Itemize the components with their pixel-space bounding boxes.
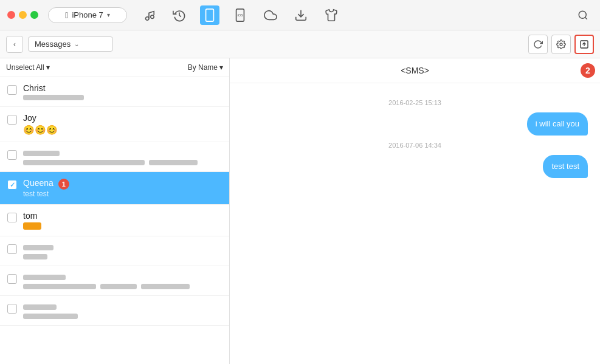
contact-preview	[23, 254, 222, 259]
list-item[interactable]	[0, 296, 229, 326]
chevron-left-icon: ‹	[13, 40, 16, 49]
cloud-icon-button[interactable]	[261, 5, 280, 25]
name-redacted	[23, 275, 66, 280]
close-button[interactable]	[7, 11, 15, 19]
back-button[interactable]: ‹	[6, 36, 23, 53]
messages-dropdown[interactable]: Messages ⌄	[28, 36, 113, 52]
contact-preview	[23, 95, 222, 100]
contact-name: Christ	[23, 83, 222, 93]
contact-checkbox[interactable]	[7, 85, 17, 95]
message-row: i will call you	[242, 112, 588, 136]
contact-checkbox[interactable]	[7, 115, 17, 125]
contact-info: Joy 😊😊😊	[23, 113, 222, 136]
traffic-lights	[7, 11, 38, 19]
name-redacted	[23, 304, 57, 310]
apple-icon: 	[65, 10, 68, 20]
device-name: iPhone 7	[72, 10, 103, 19]
unselect-all-label: Unselect All	[6, 63, 44, 72]
main-content: Unselect All ▾ By Name ▾ Christ	[0, 58, 600, 364]
sort-button[interactable]: By Name ▾	[188, 63, 223, 72]
list-item[interactable]	[0, 266, 229, 296]
contact-list: Christ Joy 😊😊😊	[0, 77, 229, 364]
svg-point-1	[151, 15, 154, 19]
dropdown-label: Messages	[35, 39, 71, 49]
list-item[interactable]	[0, 142, 229, 172]
left-panel: Unselect All ▾ By Name ▾ Christ	[0, 58, 230, 364]
top-toolbar:  iPhone 7 ▾	[0, 0, 600, 30]
contact-name	[23, 148, 222, 158]
settings-button[interactable]	[551, 35, 571, 54]
download-icon-button[interactable]	[291, 5, 311, 25]
contact-info: tom	[23, 211, 222, 230]
emoji-preview: 😊😊😊	[23, 125, 58, 136]
contact-preview	[23, 314, 222, 319]
list-item[interactable]: Christ	[0, 77, 229, 107]
chat-header: <SMS>	[230, 58, 600, 83]
history-icon-button[interactable]	[170, 5, 189, 25]
contact-preview: test test	[23, 190, 222, 198]
chevron-down-icon: ▾	[107, 12, 110, 18]
contact-info	[23, 302, 222, 319]
contact-name	[23, 242, 222, 252]
svg-point-9	[560, 43, 562, 46]
device-selector[interactable]:  iPhone 7 ▾	[48, 7, 127, 23]
message-timestamp: 2016-07-06 14:34	[242, 142, 588, 149]
list-item[interactable]	[0, 236, 229, 266]
list-item[interactable]: Joy 😊😊😊	[0, 107, 229, 142]
contact-checkbox-checked[interactable]	[7, 180, 17, 190]
contact-checkbox[interactable]	[7, 150, 17, 160]
preview-redacted	[23, 160, 145, 165]
unselect-all-button[interactable]: Unselect All ▾	[6, 63, 50, 72]
right-panel: <SMS> 2016-02-25 15:13 i will call you 2…	[230, 58, 600, 364]
shirt-icon-button[interactable]	[322, 5, 341, 25]
second-toolbar: ‹ Messages ⌄	[0, 30, 600, 58]
minimize-button[interactable]	[19, 11, 27, 19]
iphone-icon-button[interactable]	[200, 5, 219, 25]
contact-info: Christ	[23, 83, 222, 100]
contact-info: Queena 1 test test	[23, 178, 222, 198]
name-redacted	[23, 151, 60, 156]
contact-preview	[23, 160, 222, 165]
list-item[interactable]: Queena 1 test test	[0, 172, 229, 205]
toolbar-right-buttons	[528, 35, 594, 54]
preview-redacted2	[100, 284, 137, 289]
svg-text:iOS: iOS	[237, 13, 243, 16]
contact-info	[23, 272, 222, 289]
message-bubble: i will call you	[527, 112, 588, 136]
export-count-badge: 2	[581, 63, 595, 78]
export-button[interactable]	[574, 35, 594, 54]
list-controls: Unselect All ▾ By Name ▾	[0, 58, 229, 77]
preview-color-block	[23, 222, 41, 230]
contact-checkbox[interactable]	[7, 213, 17, 222]
list-item[interactable]: tom	[0, 205, 229, 236]
maximize-button[interactable]	[30, 11, 38, 19]
contact-info	[23, 242, 222, 259]
toolbar-icons: iOS	[139, 5, 341, 25]
preview-text: test test	[23, 190, 49, 198]
contact-preview: 😊😊😊	[23, 125, 222, 136]
chat-title: <SMS>	[401, 66, 429, 75]
contact-preview	[23, 222, 222, 230]
ios-icon-button[interactable]: iOS	[230, 5, 250, 25]
contact-checkbox[interactable]	[7, 304, 17, 314]
message-row: test test	[242, 155, 588, 178]
svg-rect-2	[206, 9, 214, 21]
unselect-arrow-icon: ▾	[46, 63, 50, 72]
contact-name	[23, 302, 222, 312]
preview-redacted	[23, 95, 84, 100]
sort-arrow-icon: ▾	[219, 63, 223, 72]
name-redacted	[23, 245, 53, 250]
contact-checkbox[interactable]	[7, 244, 17, 254]
preview-redacted2	[149, 160, 198, 165]
chat-body[interactable]: 2016-02-25 15:13 i will call you 2016-07…	[230, 83, 600, 364]
preview-redacted	[23, 254, 47, 259]
contact-name: Queena	[23, 178, 53, 188]
message-bubble: test test	[543, 155, 588, 178]
contact-checkbox[interactable]	[7, 274, 17, 284]
contact-badge: 1	[58, 179, 69, 190]
refresh-button[interactable]	[528, 35, 548, 54]
svg-line-8	[585, 17, 587, 19]
search-button[interactable]	[573, 5, 593, 25]
music-icon-button[interactable]	[139, 5, 159, 25]
preview-redacted	[23, 314, 78, 319]
